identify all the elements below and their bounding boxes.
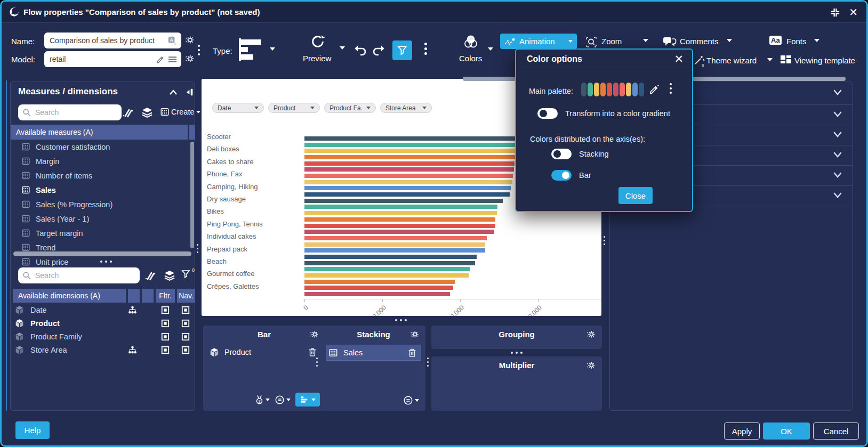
sidebar-chart-splitter-handle[interactable] xyxy=(197,244,198,253)
nav-checkbox-icon[interactable] xyxy=(181,332,190,341)
viewing-template-label[interactable]: Viewing template xyxy=(794,56,855,65)
measure-item[interactable]: Margin xyxy=(11,154,188,168)
filter-checkbox-icon[interactable] xyxy=(161,332,170,341)
filter-checkbox-icon[interactable] xyxy=(161,346,170,354)
model-input[interactable] xyxy=(49,54,156,64)
axis-pill[interactable]: Store Area xyxy=(380,103,432,113)
palette-swatch[interactable] xyxy=(607,83,612,96)
nav-checkbox-icon[interactable] xyxy=(181,319,190,328)
measure-item[interactable]: Sales (% Progression) xyxy=(11,197,188,212)
filter-button[interactable] xyxy=(392,40,412,60)
preview-dropdown-caret[interactable] xyxy=(340,46,345,50)
name-field[interactable]: Ax xyxy=(44,32,181,48)
axis-pill[interactable]: Product Fa... xyxy=(324,103,376,113)
measures-search-input[interactable] xyxy=(34,108,117,117)
palette-swatch[interactable] xyxy=(588,83,593,96)
grouping-panel-gear-icon[interactable] xyxy=(586,330,596,339)
ok-button[interactable]: OK xyxy=(763,422,810,440)
comments-dropdown-caret[interactable] xyxy=(727,39,732,42)
sections-splitter-handle[interactable] xyxy=(100,261,112,263)
palette-swatch[interactable] xyxy=(639,83,644,96)
measure-item[interactable]: Sales (Year - 1) xyxy=(11,212,188,226)
axis-pill[interactable]: Product xyxy=(268,103,320,113)
preview-refresh-icon[interactable] xyxy=(310,34,326,50)
trash-icon[interactable] xyxy=(308,347,317,357)
theme-wizard-icon[interactable]: s xyxy=(694,55,705,68)
hierarchy-icon[interactable] xyxy=(128,306,137,314)
palette-swatch[interactable] xyxy=(600,83,606,96)
colors-label[interactable]: Colors xyxy=(459,54,482,63)
filter-checkbox-icon[interactable] xyxy=(161,319,170,328)
edit-palette-icon[interactable] xyxy=(648,84,660,95)
dimensions-search-input[interactable] xyxy=(34,271,135,280)
popup-close-button[interactable]: Close xyxy=(618,187,653,204)
hide-items-icon[interactable] xyxy=(144,271,156,281)
stacking-operator-button[interactable] xyxy=(403,395,419,405)
dimension-row[interactable]: Product xyxy=(11,316,195,330)
collapse-section-chevron-up-icon[interactable] xyxy=(168,88,178,97)
translate-icon[interactable]: Ax xyxy=(167,36,177,45)
bar-axis-item[interactable]: Product xyxy=(207,345,321,360)
dimension-filter-icon[interactable]: 0 xyxy=(181,270,191,279)
dimension-row[interactable]: Date xyxy=(11,303,195,316)
colors-venn-icon[interactable] xyxy=(462,34,479,51)
measure-item[interactable]: Customer satisfaction xyxy=(11,140,188,154)
redo-icon[interactable] xyxy=(372,43,387,56)
sort-button[interactable] xyxy=(295,393,320,407)
fields-more-menu[interactable] xyxy=(198,45,200,55)
chart-panels-splitter-handle[interactable] xyxy=(395,319,407,321)
close-icon[interactable]: ✕ xyxy=(849,6,858,19)
nav-checkbox-icon[interactable] xyxy=(181,346,190,354)
hide-items-icon[interactable] xyxy=(122,108,133,118)
palette-swatch[interactable] xyxy=(626,83,631,96)
compress-icon[interactable] xyxy=(830,7,840,18)
animation-button[interactable]: Animation xyxy=(500,34,577,49)
name-input[interactable] xyxy=(49,36,167,45)
zoom-label[interactable]: Zoom xyxy=(601,37,622,46)
axis-pill[interactable]: Date xyxy=(212,103,264,113)
fonts-icon[interactable]: Aa xyxy=(769,36,782,45)
fonts-label[interactable]: Fonts xyxy=(786,37,807,46)
operator-button[interactable] xyxy=(275,395,291,405)
bar-panel-gear-icon[interactable] xyxy=(310,330,319,339)
layers-icon[interactable] xyxy=(163,270,176,281)
layers-icon[interactable] xyxy=(141,107,154,118)
chart-rightpanel-splitter-handle[interactable] xyxy=(604,236,605,245)
measures-vertical-scrollbar[interactable] xyxy=(190,142,194,248)
measure-item[interactable]: Sales xyxy=(11,183,188,197)
palette-swatch[interactable] xyxy=(613,83,618,96)
bar-stacking-splitter-handle[interactable] xyxy=(316,357,318,367)
palette-more-menu[interactable] xyxy=(670,83,672,94)
model-field[interactable] xyxy=(44,51,181,67)
multiplier-panel-gear-icon[interactable] xyxy=(586,361,596,370)
preview-label[interactable]: Preview xyxy=(303,54,331,63)
palette-swatch[interactable] xyxy=(632,83,638,96)
stacking-panel-gear-icon[interactable] xyxy=(410,330,419,339)
bar-color-toggle[interactable] xyxy=(551,170,572,181)
nav-checkbox-icon[interactable] xyxy=(181,306,190,314)
trash-icon[interactable] xyxy=(408,348,416,357)
dimension-row[interactable]: Product Family xyxy=(11,330,195,343)
measure-item[interactable]: Unit price xyxy=(11,255,188,269)
colors-dropdown-caret[interactable] xyxy=(488,47,493,51)
comments-icon[interactable] xyxy=(663,36,677,48)
undo-icon[interactable] xyxy=(352,43,367,56)
palette-swatch[interactable] xyxy=(620,83,625,96)
dimensions-search[interactable] xyxy=(18,267,140,283)
chart-type-dropdown-caret[interactable] xyxy=(270,47,275,51)
filter-checkbox-icon[interactable] xyxy=(161,306,170,314)
model-settings-gear-icon[interactable] xyxy=(185,54,195,63)
theme-wizard-dropdown-caret[interactable] xyxy=(767,58,773,61)
apply-button[interactable]: Apply xyxy=(724,422,760,440)
stacking-grouping-splitter-handle[interactable] xyxy=(427,357,429,367)
toolbar-more-menu[interactable] xyxy=(424,43,427,55)
hierarchy-icon[interactable] xyxy=(128,346,137,354)
chart-type-button[interactable] xyxy=(236,36,264,63)
grouping-multiplier-splitter-handle[interactable] xyxy=(511,352,523,354)
palette-swatch[interactable] xyxy=(594,83,599,96)
gradient-toggle[interactable] xyxy=(537,108,558,119)
dimension-row[interactable]: Store Area xyxy=(11,343,195,356)
viewing-template-icon[interactable] xyxy=(780,55,792,66)
measures-search[interactable] xyxy=(18,104,122,120)
topn-ranking-button[interactable]: 3 xyxy=(255,395,270,405)
